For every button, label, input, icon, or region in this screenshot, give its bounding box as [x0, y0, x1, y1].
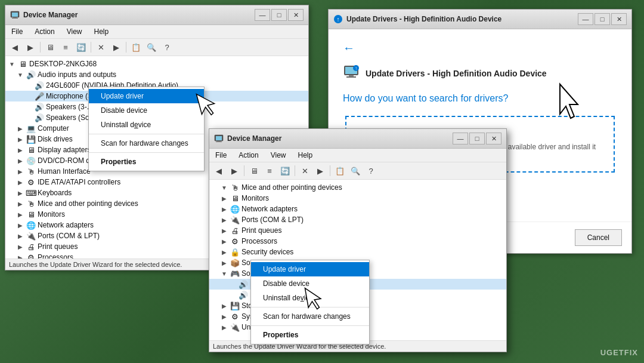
menu-help-back[interactable]: Help	[91, 26, 113, 37]
ctx-scan-back[interactable]: Scan for hardware changes	[89, 136, 204, 150]
toggle-proc: ▶	[16, 253, 24, 259]
menu-file-front[interactable]: File	[212, 150, 230, 161]
tree-computer[interactable]: ▼ 🖥 DESKTOP-2NKGJ68	[5, 59, 308, 69]
comp-icon: 💻	[26, 124, 36, 133]
toggle-disk: ▶	[16, 135, 24, 143]
toggle-sp1	[24, 103, 33, 111]
minimize-btn-update[interactable]: —	[578, 13, 593, 25]
ctx-props-front[interactable]: Properties	[251, 328, 369, 342]
scan-btn-f[interactable]: 🔍	[348, 164, 363, 177]
sep2	[91, 42, 91, 53]
ctx-disable-back[interactable]: Disable device	[89, 103, 204, 118]
toggle-mice-f: ▼	[220, 183, 228, 192]
fwd-btn[interactable]: ▶	[23, 41, 38, 54]
cancel-btn[interactable]: Cancel	[575, 229, 622, 246]
toggle-ide: ▶	[16, 178, 24, 186]
ctx-props-back[interactable]: Properties	[89, 155, 204, 169]
menu-help-front[interactable]: Help	[295, 150, 317, 161]
watermark: UGETFIX	[600, 348, 638, 357]
proc-icon-f: ⚙	[230, 236, 240, 246]
tree-proc-f[interactable]: ▶ ⚙ Processors	[209, 236, 506, 247]
update-btn[interactable]: ▶	[109, 41, 123, 54]
toggle-sw-f: ▶	[220, 259, 228, 267]
tree-print-f[interactable]: ▶ 🖨 Print queues	[209, 225, 506, 236]
computer-btn-f[interactable]: 🖥	[247, 164, 261, 177]
ctx-sep-back	[89, 134, 204, 134]
toggle-nvidia	[24, 81, 33, 90]
toggle-mon-f: ▶	[220, 194, 228, 202]
list-btn[interactable]: ≡	[58, 41, 73, 54]
tree-ports-f[interactable]: ▶ 🔌 Ports (COM & LPT)	[209, 214, 506, 225]
menu-action-front[interactable]: Action	[235, 150, 262, 161]
toolbar-back: ◀ ▶ 🖥 ≡ 🔄 ✕ ▶ 📋 🔍 ?	[5, 39, 308, 56]
ctx-update-front[interactable]: Update driver	[251, 262, 369, 276]
refresh-btn[interactable]: 🔄	[74, 41, 88, 54]
minimize-btn-back[interactable]: —	[255, 9, 270, 21]
toggle-dvd: ▶	[16, 156, 24, 165]
close-btn-back[interactable]: ✕	[288, 9, 304, 21]
ports-label-f: Ports (COM & LPT)	[242, 216, 504, 224]
tree-mice-f[interactable]: ▼ 🖱 Mice and other pointing devices	[209, 182, 506, 193]
svg-rect-15	[216, 136, 222, 140]
toggle-mice: ▶	[16, 199, 24, 208]
svg-rect-17	[216, 141, 222, 142]
close-btn-front[interactable]: ✕	[486, 133, 501, 144]
audio-label: Audio inputs and outputs	[38, 70, 306, 79]
sw-icon-f: 📦	[230, 258, 240, 267]
menu-view-back[interactable]: View	[63, 26, 86, 37]
ide-icon: ⚙	[26, 177, 36, 187]
maximize-btn-front[interactable]: □	[469, 133, 485, 144]
list-btn-f[interactable]: ≡	[262, 164, 277, 177]
sep2f	[295, 165, 295, 176]
toolbar-front: ◀ ▶ 🖥 ≡ 🔄 ✕ ▶ 📋 🔍 ?	[209, 162, 506, 180]
prop-btn[interactable]: 📋	[129, 41, 143, 54]
update-btn-f[interactable]: ▶	[313, 164, 327, 177]
stor-icon: 💾	[230, 301, 240, 310]
toggle-display: ▶	[16, 146, 24, 154]
tree-monitors-f[interactable]: ▶ 🖥 Monitors	[209, 193, 506, 204]
prop-btn-f[interactable]: 📋	[333, 164, 347, 177]
tree-audio[interactable]: ▼ 🔊 Audio inputs and outputs	[5, 69, 308, 80]
fwd-btn-f[interactable]: ▶	[227, 164, 242, 177]
mice-label-f: Mice and other pointing devices	[242, 183, 504, 192]
toggle-ports-f: ▶	[220, 216, 228, 224]
refresh-btn-f[interactable]: 🔄	[278, 164, 292, 177]
toggle-net-f: ▶	[220, 205, 228, 213]
help-btn2[interactable]: ?	[160, 41, 174, 54]
update-window-title: Update Drivers - High Definition Audio D…	[366, 69, 547, 78]
close-btn-update[interactable]: ✕	[611, 13, 627, 25]
uninstall-btn-f[interactable]: ✕	[298, 164, 312, 177]
back-btn[interactable]: ◀	[8, 41, 22, 54]
net-icon-f: 🌐	[230, 204, 240, 214]
menu-view-front[interactable]: View	[267, 150, 290, 161]
print-label-f: Print queues	[242, 226, 504, 235]
maximize-btn-update[interactable]: □	[595, 13, 610, 25]
uninstall-btn[interactable]: ✕	[94, 41, 108, 54]
menu-file-back[interactable]: File	[8, 26, 26, 37]
maximize-btn-back[interactable]: □	[271, 9, 287, 21]
dvd-icon: 💿	[26, 156, 36, 165]
toggle-hda	[228, 280, 237, 288]
help-btn-f[interactable]: ?	[364, 164, 378, 177]
ctx-uninstall-back[interactable]: Uninstall device	[89, 118, 204, 132]
minimize-btn-front[interactable]: —	[453, 133, 468, 144]
tree-sec-f[interactable]: ▶ 🔒 Security devices	[209, 247, 506, 257]
back-arrow[interactable]: ←	[343, 41, 355, 55]
update-title-row: ↑ Update Drivers - High Definition Audio…	[343, 63, 617, 84]
toggle-print-f: ▶	[220, 226, 228, 235]
menu-action-back[interactable]: Action	[31, 26, 58, 37]
title-bar-front-left: Device Manager	[214, 134, 281, 143]
title-back: Device Manager	[23, 11, 78, 19]
tree-net-f[interactable]: ▶ 🌐 Network adapters	[209, 204, 506, 214]
sep3f	[330, 165, 330, 176]
scan-btn[interactable]: 🔍	[144, 41, 159, 54]
ctx-update-back[interactable]: Update driver	[89, 89, 204, 103]
computer-btn[interactable]: 🖥	[43, 41, 57, 54]
sep3	[126, 42, 126, 53]
computer-label: DESKTOP-2NKGJ68	[29, 60, 306, 68]
toggle-computer: ▼	[8, 60, 16, 68]
hid-icon: 🖱	[26, 167, 36, 176]
svg-marker-4	[196, 90, 217, 117]
back-btn-f[interactable]: ◀	[212, 164, 226, 177]
computer-icon: 🖥	[18, 59, 27, 69]
